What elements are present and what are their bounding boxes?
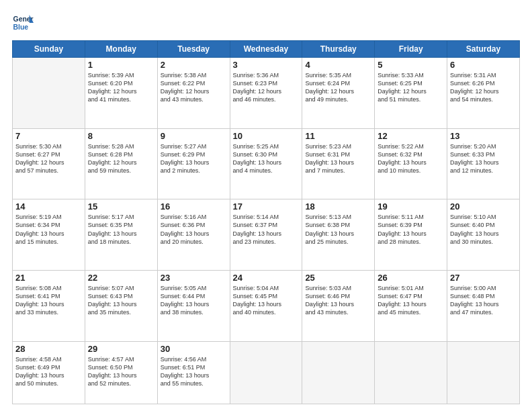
sunset-line: Sunset: 6:29 PM xyxy=(161,150,227,158)
daylight-minutes: and 12 minutes. xyxy=(450,167,517,175)
sunset-line: Sunset: 6:30 PM xyxy=(233,150,300,158)
sunrise-line: Sunrise: 5:25 AM xyxy=(233,142,300,150)
daylight-minutes: and 43 minutes. xyxy=(305,308,371,316)
sunrise-line: Sunrise: 5:04 AM xyxy=(233,284,300,292)
day-number: 25 xyxy=(305,273,371,283)
sunrise-line: Sunrise: 5:10 AM xyxy=(450,213,517,221)
daylight-label: Daylight: 12 hours xyxy=(378,87,444,95)
sunset-line: Sunset: 6:46 PM xyxy=(305,292,371,300)
sunrise-line: Sunrise: 5:13 AM xyxy=(305,213,371,221)
sunset-line: Sunset: 6:39 PM xyxy=(378,221,444,229)
cal-cell xyxy=(447,341,520,404)
day-number: 26 xyxy=(378,273,444,283)
cal-cell: 9Sunrise: 5:27 AMSunset: 6:29 PMDaylight… xyxy=(157,128,230,199)
day-header-saturday: Saturday xyxy=(447,41,520,58)
daylight-label: Daylight: 13 hours xyxy=(15,230,82,238)
day-number: 15 xyxy=(88,201,154,212)
sunset-line: Sunset: 6:31 PM xyxy=(305,150,371,158)
sunrise-line: Sunrise: 5:23 AM xyxy=(305,142,371,150)
day-number: 1 xyxy=(88,60,154,70)
daylight-label: Daylight: 13 hours xyxy=(88,230,154,238)
sunset-line: Sunset: 6:41 PM xyxy=(15,292,82,300)
day-number: 17 xyxy=(233,201,300,212)
cal-cell xyxy=(302,341,375,404)
day-number: 18 xyxy=(305,201,371,212)
sunset-line: Sunset: 6:40 PM xyxy=(450,221,517,229)
day-number: 2 xyxy=(161,60,227,70)
daylight-label: Daylight: 13 hours xyxy=(15,371,82,379)
day-number: 23 xyxy=(161,273,227,283)
daylight-label: Daylight: 13 hours xyxy=(161,371,227,379)
header: General Blue xyxy=(12,12,520,34)
daylight-minutes: and 38 minutes. xyxy=(161,308,227,316)
daylight-minutes: and 4 minutes. xyxy=(233,167,300,175)
daylight-minutes: and 55 minutes. xyxy=(161,379,227,387)
sunrise-line: Sunrise: 5:17 AM xyxy=(88,213,154,221)
cal-cell: 30Sunrise: 4:56 AMSunset: 6:51 PMDayligh… xyxy=(157,341,230,404)
daylight-minutes: and 46 minutes. xyxy=(233,95,300,103)
sunrise-line: Sunrise: 5:01 AM xyxy=(378,284,444,292)
cal-cell: 26Sunrise: 5:01 AMSunset: 6:47 PMDayligh… xyxy=(375,271,447,342)
day-number: 24 xyxy=(233,273,300,283)
cal-cell: 24Sunrise: 5:04 AMSunset: 6:45 PMDayligh… xyxy=(230,271,302,342)
sunset-line: Sunset: 6:28 PM xyxy=(88,150,154,158)
day-number: 3 xyxy=(233,60,300,70)
cal-cell xyxy=(13,58,85,129)
sunrise-line: Sunrise: 5:27 AM xyxy=(161,142,227,150)
daylight-label: Daylight: 13 hours xyxy=(161,230,227,238)
sunset-line: Sunset: 6:37 PM xyxy=(233,221,300,229)
sunset-line: Sunset: 6:24 PM xyxy=(305,79,371,87)
daylight-minutes: and 15 minutes. xyxy=(15,238,82,246)
daylight-label: Daylight: 13 hours xyxy=(88,300,154,308)
daylight-minutes: and 57 minutes. xyxy=(15,167,82,175)
logo-icon: General Blue xyxy=(12,12,34,34)
daylight-minutes: and 51 minutes. xyxy=(378,95,444,103)
week-row-5: 28Sunrise: 4:58 AMSunset: 6:49 PMDayligh… xyxy=(13,341,520,404)
daylight-minutes: and 47 minutes. xyxy=(450,308,517,316)
cal-cell: 3Sunrise: 5:36 AMSunset: 6:23 PMDaylight… xyxy=(230,58,302,129)
sunset-line: Sunset: 6:50 PM xyxy=(88,363,154,371)
sunset-line: Sunset: 6:33 PM xyxy=(450,150,517,158)
cal-cell: 20Sunrise: 5:10 AMSunset: 6:40 PMDayligh… xyxy=(447,199,520,271)
daylight-label: Daylight: 13 hours xyxy=(305,158,371,167)
day-number: 22 xyxy=(88,273,154,283)
day-number: 28 xyxy=(15,344,82,354)
daylight-label: Daylight: 13 hours xyxy=(450,300,517,308)
cal-cell: 19Sunrise: 5:11 AMSunset: 6:39 PMDayligh… xyxy=(375,199,447,271)
cal-cell: 16Sunrise: 5:16 AMSunset: 6:36 PMDayligh… xyxy=(157,199,230,271)
daylight-minutes: and 45 minutes. xyxy=(378,308,444,316)
sunrise-line: Sunrise: 5:20 AM xyxy=(450,142,517,150)
sunrise-line: Sunrise: 5:31 AM xyxy=(450,71,517,79)
cal-cell: 4Sunrise: 5:35 AMSunset: 6:24 PMDaylight… xyxy=(302,58,375,129)
sunset-line: Sunset: 6:36 PM xyxy=(161,221,227,229)
day-header-monday: Monday xyxy=(85,41,157,58)
daylight-minutes: and 2 minutes. xyxy=(161,167,227,175)
cal-cell: 14Sunrise: 5:19 AMSunset: 6:34 PMDayligh… xyxy=(13,199,85,271)
daylight-minutes: and 7 minutes. xyxy=(305,167,371,175)
week-row-1: 1Sunrise: 5:39 AMSunset: 6:20 PMDaylight… xyxy=(13,58,520,129)
daylight-label: Daylight: 12 hours xyxy=(305,87,371,95)
day-header-thursday: Thursday xyxy=(302,41,375,58)
calendar-table: SundayMondayTuesdayWednesdayThursdayFrid… xyxy=(12,40,520,404)
cal-cell: 11Sunrise: 5:23 AMSunset: 6:31 PMDayligh… xyxy=(302,128,375,199)
sunset-line: Sunset: 6:27 PM xyxy=(15,150,82,158)
sunset-line: Sunset: 6:44 PM xyxy=(161,292,227,300)
day-number: 14 xyxy=(15,201,82,212)
daylight-minutes: and 40 minutes. xyxy=(233,308,300,316)
daylight-minutes: and 41 minutes. xyxy=(88,95,154,103)
sunrise-line: Sunrise: 5:11 AM xyxy=(378,213,444,221)
sunset-line: Sunset: 6:26 PM xyxy=(450,79,517,87)
sunrise-line: Sunrise: 5:08 AM xyxy=(15,284,82,292)
day-number: 13 xyxy=(450,131,517,141)
day-number: 5 xyxy=(378,60,444,70)
cal-cell: 17Sunrise: 5:14 AMSunset: 6:37 PMDayligh… xyxy=(230,199,302,271)
day-number: 19 xyxy=(378,201,444,212)
sunset-line: Sunset: 6:38 PM xyxy=(305,221,371,229)
daylight-label: Daylight: 13 hours xyxy=(15,300,82,308)
cal-cell: 13Sunrise: 5:20 AMSunset: 6:33 PMDayligh… xyxy=(447,128,520,199)
daylight-label: Daylight: 13 hours xyxy=(161,158,227,167)
cal-cell: 25Sunrise: 5:03 AMSunset: 6:46 PMDayligh… xyxy=(302,271,375,342)
day-number: 29 xyxy=(88,344,154,354)
sunset-line: Sunset: 6:34 PM xyxy=(15,221,82,229)
sunrise-line: Sunrise: 5:30 AM xyxy=(15,142,82,150)
